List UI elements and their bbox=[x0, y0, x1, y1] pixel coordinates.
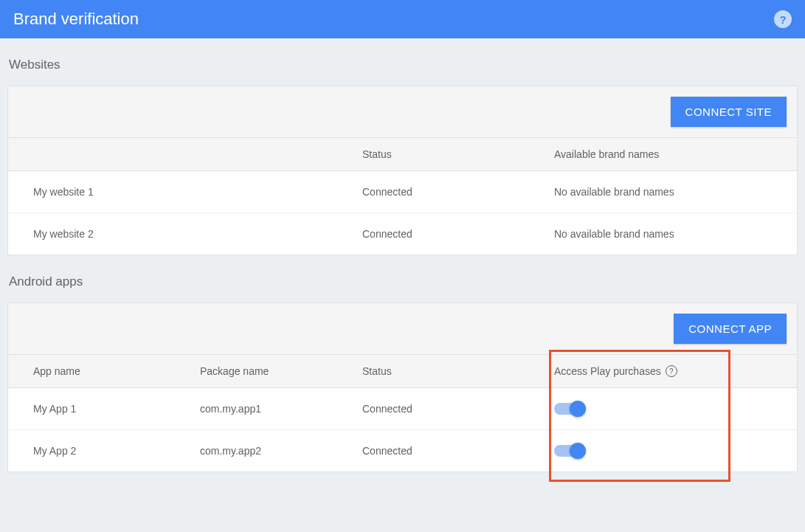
websites-col-name bbox=[8, 148, 362, 160]
apps-col-status: Status bbox=[362, 365, 554, 377]
apps-col-access-label: Access Play purchases bbox=[554, 365, 661, 377]
table-row: My App 2 com.my.app2 Connected bbox=[8, 430, 797, 471]
help-icon[interactable]: ? bbox=[774, 10, 792, 28]
websites-col-brands: Available brand names bbox=[554, 148, 797, 160]
app-access-toggle-cell bbox=[554, 403, 797, 415]
websites-col-status: Status bbox=[362, 148, 554, 160]
websites-section-label: Websites bbox=[0, 38, 805, 86]
websites-actions: CONNECT SITE bbox=[8, 86, 797, 138]
content: Websites CONNECT SITE Status Available b… bbox=[0, 38, 805, 487]
website-status: Connected bbox=[362, 186, 554, 198]
apps-table-header: App name Package name Status Access Play… bbox=[8, 355, 797, 388]
access-play-purchases-toggle[interactable] bbox=[554, 403, 584, 415]
connect-app-button[interactable]: CONNECT APP bbox=[674, 314, 787, 344]
websites-card: CONNECT SITE Status Available brand name… bbox=[7, 86, 798, 255]
website-name: My website 1 bbox=[8, 186, 362, 198]
app-package: com.my.app2 bbox=[200, 445, 362, 457]
website-brands: No available brand names bbox=[554, 228, 797, 240]
table-row: My website 1 Connected No available bran… bbox=[8, 171, 797, 213]
toggle-knob bbox=[570, 443, 586, 459]
toggle-knob bbox=[570, 401, 586, 417]
apps-section-label: Android apps bbox=[0, 255, 805, 303]
app-status: Connected bbox=[362, 445, 554, 457]
website-name: My website 2 bbox=[8, 228, 362, 240]
website-brands: No available brand names bbox=[554, 186, 797, 198]
apps-col-access: Access Play purchases ? bbox=[554, 365, 797, 377]
table-row: My App 1 com.my.app1 Connected bbox=[8, 388, 797, 430]
website-status: Connected bbox=[362, 228, 554, 240]
apps-col-appname: App name bbox=[8, 365, 200, 377]
apps-col-package: Package name bbox=[200, 365, 362, 377]
page-title: Brand verification bbox=[13, 10, 139, 29]
apps-actions: CONNECT APP bbox=[8, 303, 797, 355]
access-play-purchases-toggle[interactable] bbox=[554, 445, 584, 457]
app-package: com.my.app1 bbox=[200, 403, 362, 415]
page-header: Brand verification ? bbox=[0, 0, 805, 38]
apps-card: CONNECT APP App name Package name Status… bbox=[7, 303, 798, 472]
help-icon[interactable]: ? bbox=[666, 365, 677, 377]
websites-table-header: Status Available brand names bbox=[8, 138, 797, 171]
connect-site-button[interactable]: CONNECT SITE bbox=[671, 97, 787, 127]
app-name: My App 1 bbox=[8, 403, 200, 415]
table-row: My website 2 Connected No available bran… bbox=[8, 213, 797, 255]
app-status: Connected bbox=[362, 403, 554, 415]
app-name: My App 2 bbox=[8, 445, 200, 457]
app-access-toggle-cell bbox=[554, 445, 797, 457]
